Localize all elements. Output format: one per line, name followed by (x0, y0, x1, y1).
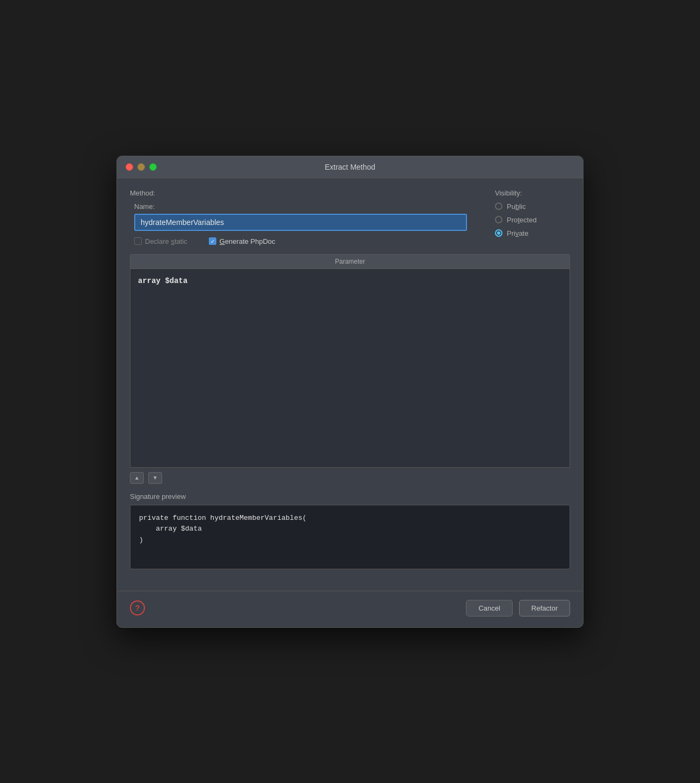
radio-public-circle[interactable] (495, 202, 502, 210)
generate-phpdoc-label: Generate PhpDoc (220, 237, 275, 245)
signature-preview: private function hydrateMemberVariables(… (130, 505, 570, 569)
visibility-section: Visibility: Public Protected Private (484, 189, 570, 243)
parameter-header: Parameter (130, 254, 570, 269)
parameter-section: Parameter array $data (130, 254, 570, 468)
footer: ? Cancel Refactor (117, 591, 583, 627)
radio-public-label: Public (507, 202, 526, 211)
table-controls: ▲ ▼ (130, 472, 570, 484)
radio-protected-circle[interactable] (495, 216, 502, 223)
move-up-button[interactable]: ▲ (130, 472, 144, 484)
name-label: Name: (134, 202, 484, 211)
signature-label: Signature preview (130, 492, 570, 501)
declare-static-label: Declare static (145, 237, 187, 245)
method-section: Method: Name: Declare static Generate Ph… (130, 189, 484, 245)
declare-static-checkbox-item[interactable]: Declare static (134, 237, 187, 245)
radio-private-label: Private (507, 229, 528, 237)
generate-phpdoc-checkbox[interactable] (209, 237, 216, 245)
visibility-label: Visibility: (495, 189, 570, 197)
move-down-button[interactable]: ▼ (148, 472, 162, 484)
table-row: array $data (138, 274, 562, 287)
parameter-table: array $data (130, 269, 570, 468)
close-button[interactable] (126, 163, 133, 171)
method-name-input[interactable] (134, 214, 467, 231)
cancel-button[interactable]: Cancel (466, 600, 512, 617)
help-button[interactable]: ? (130, 600, 145, 615)
radio-private[interactable]: Private (495, 229, 570, 237)
extract-method-dialog: Extract Method Method: Name: Declare sta… (116, 156, 584, 628)
method-label: Method: (130, 189, 484, 197)
dialog-body: Method: Name: Declare static Generate Ph… (117, 178, 583, 591)
maximize-button[interactable] (149, 163, 157, 171)
minimize-button[interactable] (137, 163, 145, 171)
radio-protected-label: Protected (507, 216, 537, 224)
footer-buttons: Cancel Refactor (466, 600, 570, 617)
radio-public[interactable]: Public (495, 202, 570, 211)
checkboxes-row: Declare static Generate PhpDoc (134, 237, 484, 245)
dialog-title: Extract Method (325, 163, 375, 171)
traffic-lights (126, 163, 157, 171)
generate-phpdoc-checkbox-item[interactable]: Generate PhpDoc (209, 237, 275, 245)
signature-section: Signature preview private function hydra… (130, 492, 570, 569)
title-bar: Extract Method (117, 156, 583, 178)
radio-private-circle[interactable] (495, 229, 502, 237)
top-section: Method: Name: Declare static Generate Ph… (130, 189, 570, 245)
declare-static-checkbox[interactable] (134, 237, 142, 245)
radio-protected[interactable]: Protected (495, 216, 570, 224)
refactor-button[interactable]: Refactor (519, 600, 570, 617)
